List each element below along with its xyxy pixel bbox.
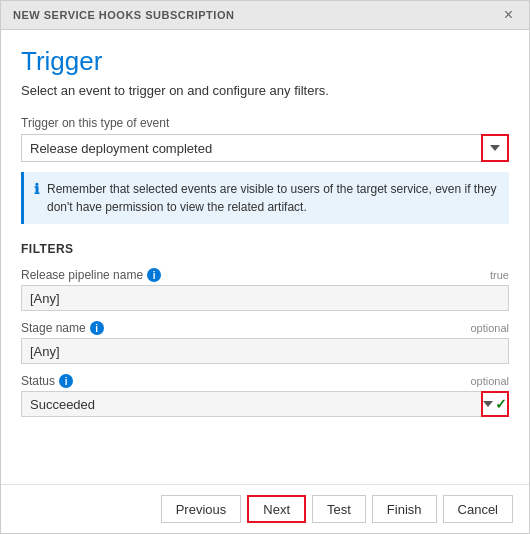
filter-row-pipeline: Release pipeline name i true bbox=[21, 268, 509, 311]
filter-label-status-text: Status bbox=[21, 374, 55, 388]
cancel-button[interactable]: Cancel bbox=[443, 495, 513, 523]
filter-label-row-status: Status i optional bbox=[21, 374, 509, 388]
filter-label-row-stage: Stage name i optional bbox=[21, 321, 509, 335]
status-select[interactable]: Succeeded Failed [Any] bbox=[21, 391, 509, 417]
info-box: ℹ Remember that selected events are visi… bbox=[21, 172, 509, 224]
trigger-select[interactable]: Release deployment completed Release cre… bbox=[21, 134, 509, 162]
finish-button[interactable]: Finish bbox=[372, 495, 437, 523]
status-select-wrapper: Succeeded Failed [Any] ✓ bbox=[21, 391, 509, 417]
filter-label-row-pipeline: Release pipeline name i true bbox=[21, 268, 509, 282]
filter-info-icon-pipeline[interactable]: i bbox=[147, 268, 161, 282]
dialog-body: Trigger Select an event to trigger on an… bbox=[1, 30, 529, 484]
test-button[interactable]: Test bbox=[312, 495, 366, 523]
dialog-title: NEW SERVICE HOOKS SUBSCRIPTION bbox=[13, 9, 234, 21]
previous-button[interactable]: Previous bbox=[161, 495, 242, 523]
page-title: Trigger bbox=[21, 46, 509, 77]
filter-label-pipeline: Release pipeline name i bbox=[21, 268, 161, 282]
filter-row-status: Status i optional Succeeded Failed [Any]… bbox=[21, 374, 509, 417]
filter-info-icon-stage[interactable]: i bbox=[90, 321, 104, 335]
next-button[interactable]: Next bbox=[247, 495, 306, 523]
filter-optional-status: optional bbox=[470, 375, 509, 387]
filter-input-pipeline[interactable] bbox=[21, 285, 509, 311]
filters-heading: FILTERS bbox=[21, 242, 509, 256]
filter-info-icon-status[interactable]: i bbox=[59, 374, 73, 388]
filter-label-stage: Stage name i bbox=[21, 321, 104, 335]
dialog: NEW SERVICE HOOKS SUBSCRIPTION × Trigger… bbox=[0, 0, 530, 534]
page-subtitle: Select an event to trigger on and config… bbox=[21, 83, 509, 98]
trigger-select-wrapper: Release deployment completed Release cre… bbox=[21, 134, 509, 162]
filter-optional-stage: optional bbox=[470, 322, 509, 334]
filter-label-stage-text: Stage name bbox=[21, 321, 86, 335]
filter-label-pipeline-text: Release pipeline name bbox=[21, 268, 143, 282]
trigger-label: Trigger on this type of event bbox=[21, 116, 509, 130]
filter-row-stage: Stage name i optional bbox=[21, 321, 509, 364]
filter-label-status: Status i bbox=[21, 374, 73, 388]
info-icon: ℹ bbox=[34, 181, 39, 197]
dialog-footer: Previous Next Test Finish Cancel bbox=[1, 484, 529, 533]
dialog-header: NEW SERVICE HOOKS SUBSCRIPTION × bbox=[1, 1, 529, 30]
close-button[interactable]: × bbox=[500, 7, 517, 23]
filter-optional-pipeline: true bbox=[490, 269, 509, 281]
filter-input-stage[interactable] bbox=[21, 338, 509, 364]
info-text: Remember that selected events are visibl… bbox=[47, 180, 499, 216]
